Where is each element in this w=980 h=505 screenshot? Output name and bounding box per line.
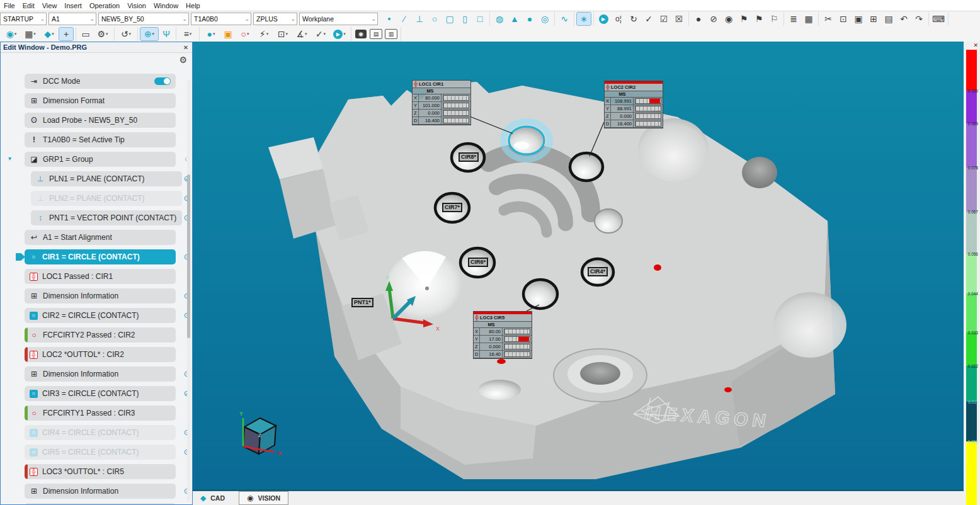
dimension-table-loc1[interactable]: ╬LOC1 CIR1MSX80.000Y101.000Z0.000D16.400 bbox=[412, 80, 471, 125]
rotate-view-button[interactable]: ↺▾ bbox=[117, 28, 135, 40]
cad-part[interactable]: HEXAGON bbox=[268, 82, 846, 479]
scale-close-icon[interactable]: ✕ bbox=[973, 42, 978, 48]
report-window-button[interactable]: ▤ bbox=[369, 28, 383, 40]
menu-vision[interactable]: Vision bbox=[123, 2, 150, 9]
lobe-feature-button[interactable]: ●▾ bbox=[202, 28, 220, 40]
gear-icon[interactable]: ⚙ bbox=[179, 55, 187, 65]
auto-feature-button[interactable]: ∗ bbox=[577, 13, 591, 25]
sphere-button[interactable]: ● bbox=[523, 13, 537, 25]
dcc-toggle[interactable] bbox=[154, 77, 171, 85]
paste-button[interactable]: ▣ bbox=[852, 13, 865, 25]
command-item-cir6[interactable]: ○CIR6 = CIRCLE (CONTACT) bbox=[25, 503, 176, 504]
probe-position-button[interactable]: Ψ bbox=[159, 28, 173, 40]
command-item-a1[interactable]: ↩A1 = Start Alignment bbox=[25, 230, 176, 245]
hole-right-small[interactable] bbox=[742, 157, 777, 188]
command-item-cir3[interactable]: ○CIR3 = CIRCLE (CONTACT) bbox=[25, 386, 176, 401]
command-item-pln2[interactable]: ⊥PLN2 = PLANE (CONTACT) bbox=[31, 191, 182, 206]
breakpoint-button[interactable]: o¦ bbox=[612, 13, 625, 25]
sphere-pocket-right[interactable] bbox=[773, 292, 846, 358]
bookmark-button[interactable]: ⚑ bbox=[737, 13, 751, 25]
program-dropdown[interactable]: STARTUP⌄ bbox=[0, 13, 47, 25]
command-item-pln1[interactable]: ⊥PLN1 = PLANE (CONTACT) bbox=[31, 171, 182, 186]
command-item-diminfo3[interactable]: ⊞Dimension Information bbox=[25, 484, 176, 499]
probe-file-dropdown[interactable]: NEW5_BY_50⌄ bbox=[98, 13, 189, 25]
circle-button[interactable]: ○ bbox=[428, 13, 442, 25]
menu-file[interactable]: File bbox=[0, 2, 19, 9]
torus-button[interactable]: ◎ bbox=[538, 13, 552, 25]
wireframe-view-button[interactable]: ▦▾ bbox=[21, 28, 39, 40]
command-item-cir2[interactable]: ○CIR2 = CIRCLE (CONTACT) bbox=[25, 308, 176, 323]
command-item-cir1[interactable]: ○CIR1 = CIRCLE (CONTACT) bbox=[25, 249, 176, 264]
curve-button[interactable]: ∿ bbox=[557, 13, 571, 25]
cut-button[interactable]: ✂ bbox=[821, 13, 835, 25]
view-orientation-button[interactable]: ◉▾ bbox=[3, 28, 20, 40]
orientation-cube[interactable]: Y X Z bbox=[239, 411, 282, 457]
workplane-axis-dropdown[interactable]: ZPLUS⌄ bbox=[253, 13, 297, 25]
command-item-diminfo2[interactable]: ⊞Dimension Information bbox=[25, 366, 176, 382]
workplane-dropdown[interactable]: Workplane⌄ bbox=[299, 13, 378, 25]
command-item-fcfcirty2[interactable]: ○FCFCIRTY2 Passed : CIR2 bbox=[25, 327, 176, 343]
mark-button[interactable]: ✓ bbox=[642, 13, 656, 25]
report-template-button[interactable]: ≣ bbox=[787, 13, 801, 25]
feature-cir1[interactable] bbox=[509, 127, 544, 154]
menu-insert[interactable]: Insert bbox=[60, 2, 86, 9]
hole-mid-right[interactable] bbox=[595, 209, 622, 233]
command-item-loc3[interactable]: ╬LOC3 *OUTTOL* : CIR5 bbox=[25, 464, 176, 479]
report-grid-button[interactable]: ▦ bbox=[802, 13, 816, 25]
scrollbar-thumb[interactable] bbox=[187, 174, 190, 338]
camera-button[interactable]: ◉ bbox=[354, 28, 368, 40]
cone-button[interactable]: ▲ bbox=[508, 13, 521, 25]
gage-button[interactable]: ▣ bbox=[221, 28, 235, 40]
optimize-path-button[interactable]: ⚙▾ bbox=[94, 28, 111, 40]
bookmark-clear-button[interactable]: ⚐ bbox=[767, 13, 781, 25]
command-item-diminfo1[interactable]: ⊞Dimension Information bbox=[25, 288, 176, 304]
panel-scrollbar[interactable] bbox=[187, 80, 190, 502]
clear-marked-button[interactable]: ☒ bbox=[672, 13, 686, 25]
paste-pattern-button[interactable]: ⊞ bbox=[867, 13, 880, 25]
close-icon[interactable]: ✕ bbox=[182, 44, 190, 51]
dimension-table-loc2[interactable]: ╬LOC2 CIR2MSX108.991Y88.991Z0.000D16.400 bbox=[604, 81, 663, 128]
clipboard-button[interactable]: ▤ bbox=[882, 13, 896, 25]
probe-toggle-button[interactable]: ⊕▾ bbox=[140, 28, 158, 40]
command-item-cir4[interactable]: ○CIR4 = CIRCLE (CONTACT) bbox=[25, 425, 176, 440]
execute-marked-button[interactable]: ☑ bbox=[657, 13, 671, 25]
mark-sets-button[interactable]: ✓▾ bbox=[312, 28, 329, 40]
comment-button[interactable]: ▭ bbox=[79, 28, 93, 40]
pattern-button[interactable]: ⊡▾ bbox=[274, 28, 292, 40]
datum-definition-button[interactable]: ⚡▾ bbox=[255, 28, 273, 40]
cad-viewport[interactable]: HEXAGON Y X Y X Z bbox=[193, 42, 964, 491]
feature-list-button[interactable]: ≡▾ bbox=[179, 28, 197, 40]
command-item-load-probe[interactable]: ʘLoad Probe - NEW5_BY_50 bbox=[25, 113, 176, 128]
command-item-fcfcirty1[interactable]: ○FCFCIRTY1 Passed : CIR3 bbox=[25, 406, 176, 421]
menu-operation[interactable]: Operation bbox=[86, 2, 123, 9]
print-button[interactable]: ⌨ bbox=[932, 13, 945, 25]
angle-dimension-button[interactable]: ∡▾ bbox=[293, 28, 311, 40]
active-tip-dropdown[interactable]: T1A0B0⌄ bbox=[191, 13, 251, 25]
feature-cir-bottom[interactable] bbox=[523, 280, 557, 309]
location-dimension-button[interactable]: ○▾ bbox=[236, 28, 254, 40]
square-slot-button[interactable]: ▯ bbox=[458, 13, 472, 25]
feature-cir-top-right[interactable] bbox=[570, 153, 603, 181]
edit-window-header[interactable]: Edit Window - Demo.PRG ✕ bbox=[1, 42, 192, 53]
stop-button[interactable]: ● bbox=[692, 13, 705, 25]
cad-canvas[interactable]: HEXAGON Y X Y X Z bbox=[193, 42, 964, 491]
menu-window[interactable]: Window bbox=[150, 2, 182, 9]
graph-window-button[interactable]: ▥ bbox=[384, 28, 398, 40]
menu-edit[interactable]: Edit bbox=[19, 2, 38, 9]
copy-button[interactable]: ⊡ bbox=[836, 13, 850, 25]
rectangle-button[interactable]: □ bbox=[473, 13, 487, 25]
menu-view[interactable]: View bbox=[38, 2, 61, 9]
cylinder-button[interactable]: ◍ bbox=[493, 13, 506, 25]
point-button[interactable]: • bbox=[382, 13, 396, 25]
command-item-pnt1[interactable]: ↕PNT1 = VECTOR POINT (CONTACT) bbox=[31, 210, 182, 225]
bookmark-pin-button[interactable]: ⚑ bbox=[752, 13, 766, 25]
tab-vision[interactable]: ◉VISION bbox=[239, 491, 288, 505]
command-item-dimension-format[interactable]: ⊞Dimension Format bbox=[25, 93, 176, 108]
shaded-view-button[interactable]: ◆▾ bbox=[40, 28, 58, 40]
redo-button[interactable]: ↷ bbox=[912, 13, 926, 25]
execute-program-button[interactable]: ▶ bbox=[596, 13, 610, 25]
cancel-button[interactable]: ⊘ bbox=[707, 13, 721, 25]
oval-hole[interactable] bbox=[478, 380, 521, 400]
round-slot-button[interactable]: ▢ bbox=[443, 13, 457, 25]
expander-icon[interactable]: ▾ bbox=[8, 155, 11, 162]
